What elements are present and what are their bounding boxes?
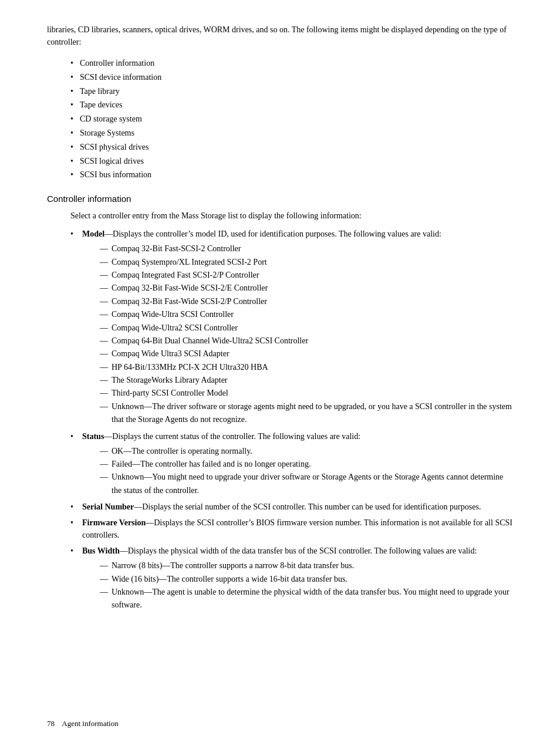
bullet-list: Controller informationSCSI device inform… — [70, 56, 513, 182]
sub-dash-item: Compaq Wide-Ultra SCSI Controller — [100, 308, 513, 321]
sub-dash-item: HP 64-Bit/133MHz PCI-X 2CH Ultra320 HBA — [100, 361, 513, 374]
bullet-item: Tape library — [70, 85, 513, 99]
controller-item: Firmware Version—Displays the SCSI contr… — [70, 517, 513, 541]
bullet-item: SCSI bus information — [70, 168, 513, 182]
controller-intro: Select a controller entry from the Mass … — [70, 210, 513, 222]
sub-dash-item: Compaq 32-Bit Fast-Wide SCSI-2/P Control… — [100, 295, 513, 308]
sub-dash-item: The StorageWorks Library Adapter — [100, 374, 513, 387]
page-footer: 78 Agent information — [47, 719, 119, 728]
bullet-item: Controller information — [70, 56, 513, 70]
sub-dash-item: Compaq Wide Ultra3 SCSI Adapter — [100, 347, 513, 360]
controller-items-list: Model—Displays the controller’s model ID… — [70, 228, 513, 612]
bullet-item: SCSI logical drives — [70, 154, 513, 168]
sub-dash-list: Narrow (8 bits)—The controller supports … — [100, 559, 513, 612]
sub-dash-item: OK—The controller is operating normally. — [100, 445, 513, 458]
sub-dash-item: Unknown—The agent is unable to determine… — [100, 586, 513, 612]
bullet-item: Storage Systems — [70, 126, 513, 140]
sub-dash-item: Wide (16 bits)—The controller supports a… — [100, 573, 513, 586]
sub-dash-item: Narrow (8 bits)—The controller supports … — [100, 559, 513, 572]
intro-text: libraries, CD libraries, scanners, optic… — [47, 23, 513, 48]
sub-dash-item: Compaq 32-Bit Fast-SCSI-2 Controller — [100, 242, 513, 255]
sub-dash-item: Compaq 32-Bit Fast-Wide SCSI-2/E Control… — [100, 282, 513, 295]
bullet-item: CD storage system — [70, 112, 513, 126]
sub-dash-item: Unknown—The driver software or storage a… — [100, 400, 513, 427]
sub-dash-item: Compaq 64-Bit Dual Channel Wide-Ultra2 S… — [100, 335, 513, 347]
controller-item: Serial Number—Displays the serial number… — [70, 501, 513, 513]
bullet-item: SCSI device information — [70, 70, 513, 85]
sub-dash-list: OK—The controller is operating normally.… — [100, 445, 513, 498]
bullet-item: Tape devices — [70, 98, 513, 112]
sub-dash-item: Unknown—You might need to upgrade your d… — [100, 471, 513, 497]
controller-item: Model—Displays the controller’s model ID… — [70, 228, 513, 426]
controller-item: Status—Displays the current status of th… — [70, 430, 513, 498]
sub-dash-item: Compaq Systempro/XL Integrated SCSI-2 Po… — [100, 256, 513, 269]
sub-dash-list: Compaq 32-Bit Fast-SCSI-2 ControllerComp… — [100, 242, 513, 426]
sub-dash-item: Third-party SCSI Controller Model — [100, 387, 513, 400]
sub-dash-item: Compaq Integrated Fast SCSI-2/P Controll… — [100, 269, 513, 282]
controller-section-body: Select a controller entry from the Mass … — [70, 210, 513, 612]
sub-dash-item: Compaq Wide-Ultra2 SCSI Controller — [100, 322, 513, 335]
sub-dash-item: Failed—The controller has failed and is … — [100, 458, 513, 471]
footer-text: Agent information — [62, 719, 118, 728]
page-number: 78 — [47, 719, 55, 728]
controller-item: Bus Width—Displays the physical width of… — [70, 545, 513, 612]
bullet-item: SCSI physical drives — [70, 140, 513, 154]
controller-heading: Controller information — [47, 194, 513, 204]
